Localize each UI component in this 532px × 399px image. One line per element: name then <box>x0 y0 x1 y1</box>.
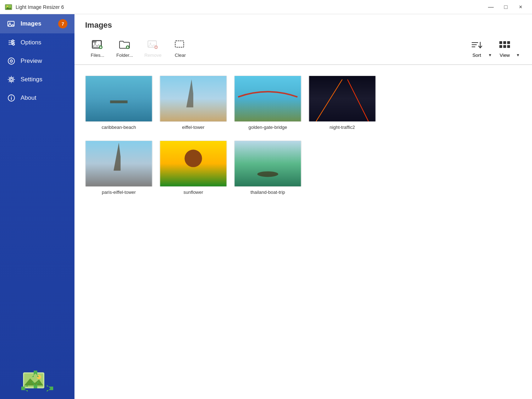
image-name: night-traffic2 <box>329 125 355 130</box>
preview-icon <box>7 57 16 65</box>
sort-icon <box>470 40 483 51</box>
image-item[interactable]: sunflower <box>160 141 227 195</box>
svg-point-2 <box>7 6 8 7</box>
sort-label: Sort <box>472 53 481 58</box>
clear-button[interactable]: Clear <box>168 35 193 61</box>
images-icon <box>7 20 16 28</box>
view-dropdown-button[interactable]: ▼ <box>515 50 521 60</box>
sidebar-item-about-label: About <box>21 94 36 102</box>
content-header: Images <box>74 14 532 65</box>
view-button[interactable]: View <box>495 37 515 61</box>
files-button[interactable]: Files... <box>85 35 110 61</box>
sidebar-nav: Images 7 <box>0 14 74 360</box>
view-label: View <box>500 53 510 58</box>
view-icon <box>498 40 511 51</box>
svg-rect-60 <box>309 76 375 121</box>
svg-point-18 <box>10 78 12 81</box>
sidebar-logo <box>0 360 74 399</box>
settings-icon <box>7 75 16 84</box>
svg-rect-50 <box>503 41 506 44</box>
svg-rect-52 <box>499 45 502 48</box>
image-item[interactable]: thailand-boat-trip <box>234 141 301 195</box>
images-badge: 7 <box>58 19 67 28</box>
svg-point-17 <box>11 61 12 61</box>
files-icon <box>91 38 104 51</box>
sidebar-item-options[interactable]: Options <box>0 33 74 52</box>
svg-point-8 <box>9 42 10 43</box>
image-thumbnail <box>234 141 301 187</box>
image-thumbnail <box>85 76 153 122</box>
sort-group: Sort ▼ <box>467 37 493 61</box>
toolbar: Files... Folder... <box>85 35 521 64</box>
sidebar-item-images-label: Images <box>21 20 41 27</box>
svg-point-41 <box>150 43 151 44</box>
svg-rect-55 <box>85 76 152 121</box>
svg-rect-51 <box>507 41 510 44</box>
image-thumbnail <box>234 76 301 122</box>
content-area: Images <box>74 14 532 399</box>
image-name: golden-gate-bridge <box>248 125 287 130</box>
app-title: Light Image Resizer 6 <box>16 4 64 10</box>
titlebar-left: Light Image Resizer 6 <box>4 3 64 11</box>
svg-marker-27 <box>47 385 53 392</box>
about-icon <box>7 94 16 102</box>
image-item[interactable]: paris-eiffel-tower <box>85 141 153 195</box>
svg-rect-67 <box>234 141 301 186</box>
image-name: sunflower <box>183 190 203 195</box>
image-item[interactable]: eiffel-tower <box>160 76 227 130</box>
svg-point-21 <box>11 96 12 97</box>
image-thumbnail <box>160 76 227 122</box>
image-thumbnail <box>309 76 376 122</box>
remove-button[interactable]: Remove <box>139 35 166 61</box>
svg-rect-44 <box>175 41 184 47</box>
sidebar: Images 7 <box>0 14 74 399</box>
view-group: View ▼ <box>495 37 521 61</box>
image-name: thailand-boat-trip <box>250 190 285 195</box>
remove-label: Remove <box>144 53 161 58</box>
svg-point-66 <box>184 150 202 167</box>
titlebar: Light Image Resizer 6 — □ × <box>0 0 532 14</box>
image-thumbnail <box>85 141 153 187</box>
image-item[interactable]: golden-gate-bridge <box>234 76 301 130</box>
sidebar-item-preview[interactable]: Preview <box>0 52 74 70</box>
main-layout: Images 7 <box>0 14 532 399</box>
svg-point-10 <box>9 44 10 45</box>
svg-point-68 <box>257 171 278 177</box>
image-grid-container: caribbean-beacheiffel-towergolden-gate-b… <box>74 65 532 399</box>
sidebar-item-settings-label: Settings <box>21 76 42 83</box>
image-name: paris-eiffel-tower <box>102 190 136 195</box>
sort-button[interactable]: Sort <box>467 37 487 61</box>
svg-point-6 <box>9 40 10 42</box>
folder-label: Folder... <box>116 53 133 58</box>
sidebar-item-settings[interactable]: Settings <box>0 70 74 89</box>
sidebar-item-about[interactable]: About <box>0 89 74 107</box>
sort-dropdown-button[interactable]: ▼ <box>487 50 493 60</box>
image-item[interactable]: night-traffic2 <box>309 76 376 130</box>
remove-icon <box>146 38 159 51</box>
image-item[interactable]: caribbean-beach <box>85 76 153 130</box>
folder-button[interactable]: Folder... <box>111 35 138 61</box>
folder-icon <box>118 38 131 51</box>
minimize-button[interactable]: — <box>484 1 498 13</box>
svg-rect-56 <box>110 100 127 103</box>
sidebar-item-images[interactable]: Images 7 <box>0 14 74 33</box>
svg-rect-49 <box>499 41 502 44</box>
maximize-button[interactable]: □ <box>499 1 513 13</box>
svg-point-14 <box>13 44 15 45</box>
image-thumbnail <box>160 141 227 187</box>
image-name: caribbean-beach <box>102 125 136 130</box>
image-grid: caribbean-beacheiffel-towergolden-gate-b… <box>85 72 521 198</box>
app-logo <box>21 367 53 392</box>
files-label: Files... <box>91 53 104 58</box>
sidebar-item-preview-label: Preview <box>21 58 42 65</box>
titlebar-buttons: — □ × <box>484 1 528 13</box>
svg-point-33 <box>94 43 96 44</box>
sidebar-item-options-label: Options <box>21 39 41 46</box>
svg-rect-4 <box>8 21 14 26</box>
svg-rect-53 <box>503 45 506 48</box>
svg-rect-59 <box>234 76 301 121</box>
page-title: Images <box>85 21 521 30</box>
clear-icon <box>174 38 187 51</box>
options-icon <box>7 38 16 47</box>
close-button[interactable]: × <box>514 1 528 13</box>
